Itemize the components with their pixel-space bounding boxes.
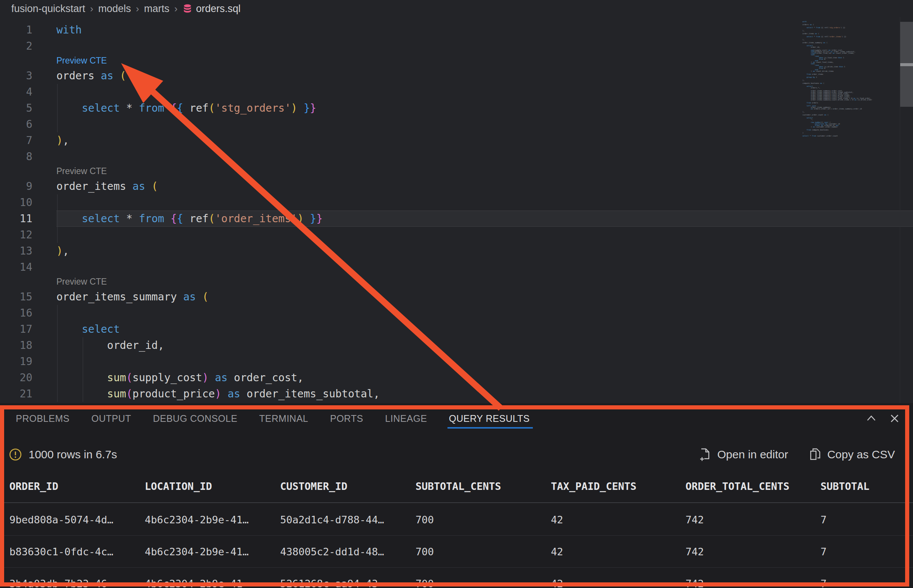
- code-line-13[interactable]: 13 ),: [0, 243, 913, 259]
- indent-guide: [57, 386, 58, 402]
- code-line-21[interactable]: 21 sum(product_price) as order_items_sub…: [0, 386, 913, 402]
- breadcrumb-separator: ›: [90, 3, 94, 15]
- codelens-row: Preview CTE: [0, 54, 913, 68]
- table-cell: 700: [415, 546, 551, 557]
- table-cell: b83630c1-0fdc-4c…: [10, 546, 145, 557]
- warning-icon: [8, 447, 23, 462]
- table-cell: 3b4a03db-7b23-46: [10, 578, 145, 588]
- indent-guide: [57, 370, 58, 386]
- tab-output[interactable]: OUTPUT: [91, 413, 131, 424]
- table-cell: 4b6c2304-2b9e-41…: [145, 514, 280, 526]
- line-number: 11: [0, 210, 57, 227]
- line-number: 7: [0, 132, 57, 149]
- code-line-10[interactable]: 10: [0, 194, 913, 210]
- breadcrumb-item-fusion-quickstart[interactable]: fusion-quickstart: [11, 3, 86, 15]
- code-line-7[interactable]: 7 ),: [0, 132, 913, 149]
- table-cell: 700: [415, 578, 551, 588]
- table-row[interactable]: b83630c1-0fdc-4c…4b6c2304-2b9e-41…438005…: [0, 536, 913, 568]
- code-line-9[interactable]: 9 order_items as (: [0, 178, 913, 194]
- table-cell: 9bed808a-5074-4d…: [10, 514, 145, 526]
- column-header-customer_id[interactable]: CUSTOMER_ID: [280, 480, 415, 492]
- column-header-location_id[interactable]: LOCATION_ID: [145, 480, 280, 492]
- line-number: 6: [0, 116, 57, 132]
- code-line-8[interactable]: 8: [0, 149, 913, 165]
- table-cell: 438005c2-dd1d-48…: [280, 546, 415, 557]
- copy-as-csv-button[interactable]: Copy as CSV: [809, 448, 895, 461]
- code-line-14[interactable]: 14: [0, 259, 913, 275]
- column-header-subtotal[interactable]: SUBTOTAL: [821, 480, 913, 492]
- table-row[interactable]: 3b4a03db-7b23-464b6c2304-2b9e-415261268c…: [0, 568, 913, 588]
- results-table-header: ORDER_IDLOCATION_IDCUSTOMER_IDSUBTOTAL_C…: [0, 470, 913, 503]
- codelens-preview-cte[interactable]: Preview CTE: [57, 54, 107, 68]
- code-line-4[interactable]: 4: [0, 84, 913, 100]
- code-line-12[interactable]: 12: [0, 227, 913, 243]
- editor-scrollbar[interactable]: [900, 17, 913, 403]
- breadcrumb-item-marts[interactable]: marts: [144, 3, 170, 15]
- status-text: 1000 rows in 6.7s: [29, 448, 117, 461]
- indent-guide: [57, 100, 58, 116]
- indent-guide: [57, 116, 58, 132]
- codelens-preview-cte[interactable]: Preview CTE: [57, 165, 107, 178]
- codelens-row: Preview CTE: [0, 165, 913, 178]
- code-line-19[interactable]: 19: [0, 354, 913, 370]
- line-number: 21: [0, 386, 57, 402]
- tab-debug-console[interactable]: DEBUG CONSOLE: [153, 413, 238, 424]
- column-header-order_total_cents[interactable]: ORDER_TOTAL_CENTS: [685, 480, 821, 492]
- line-number: 5: [0, 100, 57, 116]
- table-cell: 700: [415, 514, 551, 526]
- table-cell: 4b6c2304-2b9e-41…: [145, 546, 280, 557]
- table-cell: 7: [821, 514, 913, 526]
- tab-terminal[interactable]: TERMINAL: [259, 413, 308, 424]
- table-row[interactable]: 9bed808a-5074-4d…4b6c2304-2b9e-41…50a2d1…: [0, 504, 913, 536]
- database-icon: [183, 4, 192, 14]
- indent-guide: [83, 354, 83, 370]
- table-cell: 50a2d1c4-d788-44…: [280, 514, 415, 526]
- code-editor[interactable]: 1 with 2 Preview CTE 3 orders as ( 4 5 s…: [0, 17, 913, 407]
- chevron-up-icon[interactable]: [864, 411, 878, 426]
- code-line-2[interactable]: 2: [0, 38, 913, 54]
- tab-ports[interactable]: PORTS: [330, 413, 363, 424]
- code-line-15[interactable]: 15 order_items_summary as (: [0, 289, 913, 305]
- line-number: 15: [0, 289, 57, 305]
- table-cell: 42: [551, 546, 685, 557]
- line-number: 17: [0, 321, 57, 337]
- close-icon[interactable]: [887, 411, 902, 426]
- code-line-17[interactable]: 17 select: [0, 321, 913, 337]
- column-header-subtotal_cents[interactable]: SUBTOTAL_CENTS: [415, 480, 551, 492]
- breadcrumb-file[interactable]: orders.sql: [183, 3, 241, 15]
- results-table-body: 9bed808a-5074-4d…4b6c2304-2b9e-41…50a2d1…: [0, 504, 913, 588]
- bottom-panel: PROBLEMSOUTPUTDEBUG CONSOLETERMINALPORTS…: [0, 403, 913, 588]
- code-line-3[interactable]: 3 orders as (: [0, 68, 913, 84]
- code-line-6[interactable]: 6: [0, 116, 913, 132]
- code-line-11[interactable]: 11 select * from {{ ref('order_items') }…: [0, 210, 913, 227]
- code-line-1[interactable]: 1 with: [0, 22, 913, 38]
- tab-query-results[interactable]: QUERY RESULTS: [449, 413, 530, 424]
- breadcrumb-item-models[interactable]: models: [98, 3, 131, 15]
- table-cell: 5261268c-aa94-43: [280, 578, 415, 588]
- indent-guide: [57, 354, 58, 370]
- table-cell: 42: [551, 578, 685, 588]
- table-cell: 4b6c2304-2b9e-41: [145, 578, 280, 588]
- column-header-tax_paid_cents[interactable]: TAX_PAID_CENTS: [551, 480, 685, 492]
- indent-guide: [57, 227, 58, 243]
- breadcrumb: fusion-quickstart›models›marts› orders.s…: [0, 0, 913, 17]
- line-number: 16: [0, 305, 57, 321]
- tab-problems[interactable]: PROBLEMS: [16, 413, 69, 424]
- line-number: 13: [0, 243, 57, 259]
- column-header-order_id[interactable]: ORDER_ID: [10, 480, 145, 492]
- code-line-16[interactable]: 16: [0, 305, 913, 321]
- open-in-editor-button[interactable]: Open in editor: [699, 448, 788, 461]
- minimap[interactable]: with orders as ( select * from {{ ref('s…: [802, 21, 897, 137]
- codelens-row: Preview CTE: [0, 275, 913, 289]
- code-line-20[interactable]: 20 sum(supply_cost) as order_cost,: [0, 370, 913, 386]
- codelens-preview-cte[interactable]: Preview CTE: [57, 275, 107, 289]
- indent-guide: [83, 370, 83, 386]
- copy-icon: [809, 448, 821, 461]
- indent-guide: [57, 305, 58, 321]
- tab-lineage[interactable]: LINEAGE: [385, 413, 427, 424]
- table-cell: 42: [551, 514, 685, 526]
- code-line-5[interactable]: 5 select * from {{ ref('stg_orders') }}: [0, 100, 913, 116]
- line-number: 1: [0, 22, 57, 38]
- code-line-18[interactable]: 18 order_id,: [0, 337, 913, 354]
- line-number: 3: [0, 68, 57, 84]
